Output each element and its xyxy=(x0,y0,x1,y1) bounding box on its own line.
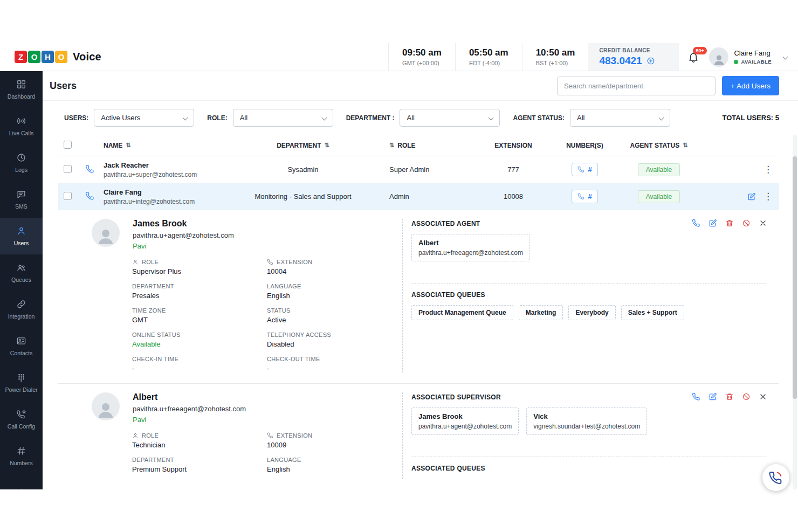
profile-field: TIME ZONEGMT xyxy=(132,307,267,324)
card-user-name: James Brook xyxy=(133,219,234,229)
field-value: Technician xyxy=(132,441,267,449)
user-email: pavithra.u+super@zohotest.com xyxy=(104,171,238,178)
profile-field: TELEPHONY ACCESSDisabled xyxy=(267,331,402,348)
call-icon[interactable] xyxy=(85,191,94,201)
sort-icon[interactable]: ⇅ xyxy=(126,142,130,149)
users-table: NAME⇅DEPARTMENT⇅⇅ROLEEXTENSIONNUMBER(S)A… xyxy=(58,135,779,489)
phone-icon xyxy=(267,259,273,265)
call-user-icon[interactable] xyxy=(692,219,700,227)
profile-field: STATUSActive xyxy=(267,307,402,324)
profile-field: DEPARTMENTPremium Support xyxy=(132,457,267,473)
scrollbar-thumb[interactable] xyxy=(793,156,797,399)
delete-user-icon[interactable] xyxy=(725,392,734,401)
kebab-menu-icon[interactable]: ⋮ xyxy=(763,165,773,174)
associated-person-chip[interactable]: James Brookpavithra.u+agent@zohotest.com xyxy=(411,407,519,435)
search-input[interactable] xyxy=(557,77,716,95)
block-user-icon[interactable] xyxy=(742,392,751,401)
chip-email: pavithra.u+freeagent@zohotest.com xyxy=(418,249,523,257)
sidebar-item-dashboard[interactable]: Dashboard xyxy=(0,71,43,108)
field-label: EXTENSION xyxy=(277,259,312,265)
sort-icon[interactable]: ⇅ xyxy=(389,142,394,149)
product-name: Voice xyxy=(73,51,101,63)
edit-user-icon[interactable] xyxy=(747,192,756,201)
scrollbar[interactable] xyxy=(793,135,797,489)
sidebar-item-settings[interactable] xyxy=(0,474,43,489)
column-header[interactable]: NUMBER(S) xyxy=(566,142,603,149)
column-header[interactable]: AGENT STATUS xyxy=(630,142,680,149)
chip-name: Vick xyxy=(533,412,640,420)
sidebar-item-sms[interactable]: SMS xyxy=(0,181,43,218)
sidebar-item-integration[interactable]: Integration xyxy=(0,291,43,328)
numbers-button[interactable]: # xyxy=(572,163,597,176)
table-row[interactable]: Jack Reacherpavithra.u+super@zohotest.co… xyxy=(58,156,779,183)
sidebar-item-queues[interactable]: Queues xyxy=(0,254,43,291)
sidebar-item-users[interactable]: Users xyxy=(0,218,43,254)
column-header[interactable]: ROLE xyxy=(397,142,415,149)
avatar xyxy=(92,219,120,247)
user-avatar[interactable] xyxy=(709,47,728,67)
associated-person-chip[interactable]: Albertpavithra.u+freeagent@zohotest.com xyxy=(411,234,530,261)
user-menu-chevron-icon[interactable] xyxy=(783,54,788,60)
column-header[interactable]: EXTENSION xyxy=(494,142,532,149)
edit-user-icon[interactable] xyxy=(708,219,717,227)
add-users-button[interactable]: + Add Users xyxy=(722,76,779,95)
users-select[interactable]: Active Users xyxy=(94,109,194,127)
idcard-icon xyxy=(16,336,26,346)
user-email: pavithra.u+integ@zohotest.com xyxy=(104,198,238,205)
clock-zone: GMT (+00:00) xyxy=(402,60,442,66)
user-role: Super Admin xyxy=(368,165,476,174)
select-all-checkbox[interactable] xyxy=(64,141,72,149)
call-icon[interactable] xyxy=(85,164,94,174)
column-header[interactable]: NAME xyxy=(104,142,122,149)
table-row[interactable]: Claire Fangpavithra.u+integ@zohotest.com… xyxy=(58,183,779,210)
sidebar-item-label: Integration xyxy=(8,313,35,320)
department-select[interactable]: All xyxy=(400,109,500,127)
chevron-down-icon xyxy=(659,115,664,121)
chip-email: pavithra.u+agent@zohotest.com xyxy=(418,423,512,430)
queue-chip[interactable]: Marketing xyxy=(519,305,563,320)
numbers-button[interactable]: # xyxy=(572,190,597,203)
user-menu[interactable]: Claire Fang AVAILABLE xyxy=(734,49,772,65)
total-users: TOTAL USERS: 5 xyxy=(723,114,779,122)
org-link[interactable]: Pavi xyxy=(133,416,246,424)
edit-user-icon[interactable] xyxy=(708,392,717,401)
sidebar-item-call-config[interactable]: Call Config xyxy=(0,401,43,438)
org-link[interactable]: Pavi xyxy=(133,242,234,250)
sort-icon[interactable]: ⇅ xyxy=(325,142,329,149)
sort-icon[interactable]: ⇅ xyxy=(683,142,687,149)
credit-balance-label: CREDIT BALANCE xyxy=(599,47,668,53)
queue-chip[interactable]: Product Management Queue xyxy=(411,305,513,320)
block-user-icon[interactable] xyxy=(742,219,751,227)
delete-user-icon[interactable] xyxy=(725,219,734,227)
clock: 05:50 amEDT (-4:00) xyxy=(455,43,522,71)
sidebar-item-label: Contacts xyxy=(10,350,32,356)
call-widget-button[interactable] xyxy=(762,464,789,491)
column-header[interactable]: DEPARTMENT xyxy=(277,142,321,149)
zoho-logo-letter: O xyxy=(28,51,40,63)
field-label: LANGUAGE xyxy=(267,283,301,289)
call-user-icon[interactable] xyxy=(692,392,700,401)
filter-label: USERS: xyxy=(64,114,88,122)
credit-balance-value: 483.0421 xyxy=(599,55,642,67)
role-select[interactable]: All xyxy=(233,109,333,127)
sidebar-item-contacts[interactable]: Contacts xyxy=(0,328,43,364)
field-label: TELEPHONY ACCESS xyxy=(267,331,331,338)
sidebar-item-numbers[interactable]: Numbers xyxy=(0,438,43,474)
row-checkbox[interactable] xyxy=(64,192,72,200)
brand[interactable]: ZOHO Voice xyxy=(15,51,101,63)
sidebar-item-live-calls[interactable]: Live Calls xyxy=(0,108,43,144)
filter-value: All xyxy=(240,114,247,122)
agent-status-select[interactable]: All xyxy=(570,109,670,127)
queue-chip[interactable]: Everybody xyxy=(568,305,615,320)
sidebar-item-power-dialer[interactable]: Power Dialer xyxy=(0,364,43,401)
close-card-icon[interactable] xyxy=(759,392,767,401)
add-credit-icon[interactable] xyxy=(646,57,655,65)
sidebar-item-logs[interactable]: Logs xyxy=(0,144,43,181)
associated-person-chip[interactable]: Vickvignesh.soundar+test@zohotest.com xyxy=(526,407,647,435)
kebab-menu-icon[interactable]: ⋮ xyxy=(763,192,773,201)
queue-chip[interactable]: Sales + Support xyxy=(621,305,684,320)
sidebar-item-label: Users xyxy=(14,240,29,246)
notifications-button[interactable]: 50+ xyxy=(687,51,699,63)
row-checkbox[interactable] xyxy=(64,165,72,173)
close-card-icon[interactable] xyxy=(759,219,767,227)
